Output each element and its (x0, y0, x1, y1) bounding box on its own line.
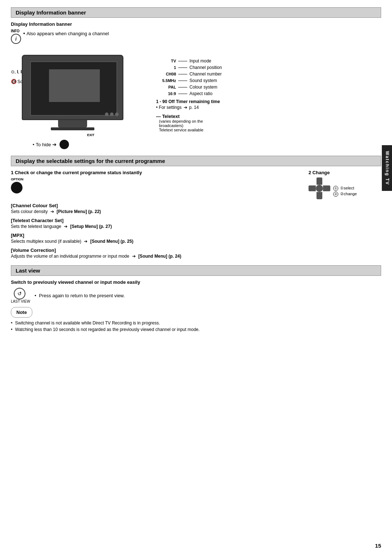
diagram-right: TV Input mode 1 Channel position CH08 Ch… (149, 48, 381, 149)
teletext-desc2: broadcasters) (159, 123, 381, 128)
tv-screen (30, 61, 117, 116)
arrow-mpx: ➔ (84, 239, 87, 244)
bullet-dot: • (23, 30, 25, 36)
channel-colour-ref: [Picture Menu] (p. 22) (57, 209, 101, 214)
mute-symbol: 🔇 (11, 79, 17, 84)
dpad-icon (309, 177, 330, 199)
annot-dash-pal (178, 87, 187, 87)
to-hide-text: To hide (36, 142, 51, 147)
note-item-1: Switching channel is not available while… (11, 320, 381, 326)
bullet-tohide: • (33, 142, 34, 147)
mpx-desc: Selects multiplex sound (if available) ➔… (11, 239, 381, 244)
channel-colour-title: [Channel Colour Set] (11, 203, 58, 208)
diagram-left: ⊙, I, II, ▽ Audio mode (p. 60) 🔇 Sound m… (11, 48, 149, 149)
annot-desc-input-mode: Input mode (189, 58, 211, 64)
annot-dash-tv (178, 61, 187, 61)
volume-correction-title: [Volume Correction] (11, 248, 56, 253)
teletext-charset-desc: Sets the teletext language ➔ [Setup Menu… (11, 224, 381, 229)
tv-screen-inner (49, 69, 100, 102)
annot-desc-channel-pos: Channel position (189, 65, 222, 70)
exit-area: EXIT • To hide ➔ (33, 133, 149, 149)
press-again-row: • Press again to return to the present v… (34, 293, 125, 298)
arrow-settings: ➔ (184, 105, 187, 110)
annot-row-pal: PAL Colour system (156, 85, 381, 90)
annot-row-169: 16:9 Aspect ratio (156, 91, 381, 96)
two-col-steps: 1 Check or change the current programme … (11, 170, 381, 199)
annot-row-5mhz: 5.5MHz Sound system (156, 78, 381, 83)
tv-buttons (105, 113, 119, 116)
option-button[interactable] (11, 182, 23, 193)
exit-label: EXIT (33, 133, 149, 137)
for-settings-text: For settings (159, 105, 182, 110)
last-view-icon-block: ↺ LAST VIEW (11, 288, 30, 303)
for-settings-row: • For settings ➔ p. 14 (156, 105, 381, 110)
diagram-area: ⊙, I, II, ▽ Audio mode (p. 60) 🔇 Sound m… (11, 48, 381, 149)
tv-btn2 (110, 113, 114, 116)
mpx-ref: [Sound Menu] (p. 25) (90, 239, 134, 244)
change-text: ②change (340, 192, 357, 196)
annot-dash-5mhz (178, 81, 187, 81)
annot-row-ch08: CH08 Channel number (156, 71, 381, 77)
info-icon: i (11, 34, 21, 44)
dpad-right (323, 185, 330, 191)
annot-code-ch08: CH08 (156, 72, 176, 76)
dpad-row: ① ①select ② ②change (309, 177, 381, 199)
section1-container: Display Information banner Display Infor… (11, 7, 381, 149)
subsection1-title: Display Information banner (11, 21, 381, 27)
mpx-title: [MPX] (11, 233, 24, 238)
section2-container: Display the selectable settings for the … (11, 156, 381, 259)
tv-btn1 (105, 113, 109, 116)
dpad-up (317, 177, 322, 185)
annot-desc-aspect: Aspect ratio (189, 91, 212, 96)
annot-desc-sound: Sound system (189, 78, 217, 83)
step2-col: 2 Change ① ①select ② ②c (309, 170, 381, 199)
annot-row-tv: TV Input mode (156, 58, 381, 64)
section3-header: Last view (11, 265, 381, 276)
annot-dash-ch08 (178, 74, 187, 74)
change-label-row: ② ②change (333, 192, 357, 197)
also-appears-text: Also appears when changing a channel (26, 31, 109, 36)
annot-dash-169 (178, 94, 187, 94)
section2-header: Display the selectable settings for the … (11, 156, 381, 166)
feature-channel-colour: [Channel Colour Set] Sets colour density… (11, 203, 381, 214)
annot-desc-colour: Colour system (189, 85, 217, 90)
tv-illustration (18, 55, 127, 130)
tv-base (51, 127, 94, 130)
step1-title: 1 Check or change the current programme … (11, 170, 294, 175)
tv-body (22, 55, 123, 120)
channel-colour-desc: Sets colour density ➔ [Picture Menu] (p.… (11, 209, 381, 214)
exit-button[interactable] (60, 140, 69, 149)
annot-code-5mhz: 5.5MHz (156, 78, 176, 83)
step2-title: 2 Change (309, 170, 381, 175)
step1-col: 1 Check or change the current programme … (11, 170, 294, 199)
info-label-text: INFO (11, 29, 23, 33)
annot-desc-channel-num: Channel number (189, 71, 222, 77)
also-appears-row: • Also appears when changing a channel (23, 29, 109, 36)
to-hide-row: • To hide ➔ (33, 140, 149, 149)
annot-dash-1 (178, 68, 187, 68)
arrow-volume-correction: ➔ (132, 254, 136, 259)
off-timer-text: 1 - 90 Off Timer remaining time (156, 99, 220, 104)
teletext-charset-ref: [Setup Menu] (p. 27) (70, 224, 112, 229)
note-label: Note (16, 310, 27, 315)
volume-correction-desc: Adjusts the volume of an individual prog… (11, 254, 381, 259)
volume-correction-ref: [Sound Menu] (p. 24) (138, 254, 181, 259)
section1-header: Display Information banner (11, 7, 381, 18)
annot-code-169: 16:9 (156, 91, 176, 96)
feature-blocks: [Channel Colour Set] Sets colour density… (11, 203, 381, 259)
feature-teletext-charset: [Teletext Character Set] Sets the telete… (11, 218, 381, 229)
teletext-charset-title: [Teletext Character Set] (11, 218, 64, 223)
arrow-tohide: ➔ (52, 142, 57, 147)
last-view-row: ↺ LAST VIEW • Press again to return to t… (11, 288, 381, 303)
annot-code-pal: PAL (156, 85, 176, 89)
for-settings-ref: p. 14 (189, 105, 199, 110)
annot-row-1: 1 Channel position (156, 65, 381, 70)
tv-btn3 (115, 113, 119, 116)
feature-volume-correction: [Volume Correction] Adjusts the volume o… (11, 248, 381, 259)
dpad-down (317, 192, 322, 199)
dpad-annotations: ① ①select ② ②change (333, 180, 357, 197)
last-view-button[interactable]: ↺ (14, 288, 25, 299)
info-row: INFO i • Also appears when changing a ch… (11, 29, 381, 44)
teletext-desc3: Teletext service available (159, 128, 381, 132)
select-label-row: ① ①select (333, 186, 357, 191)
